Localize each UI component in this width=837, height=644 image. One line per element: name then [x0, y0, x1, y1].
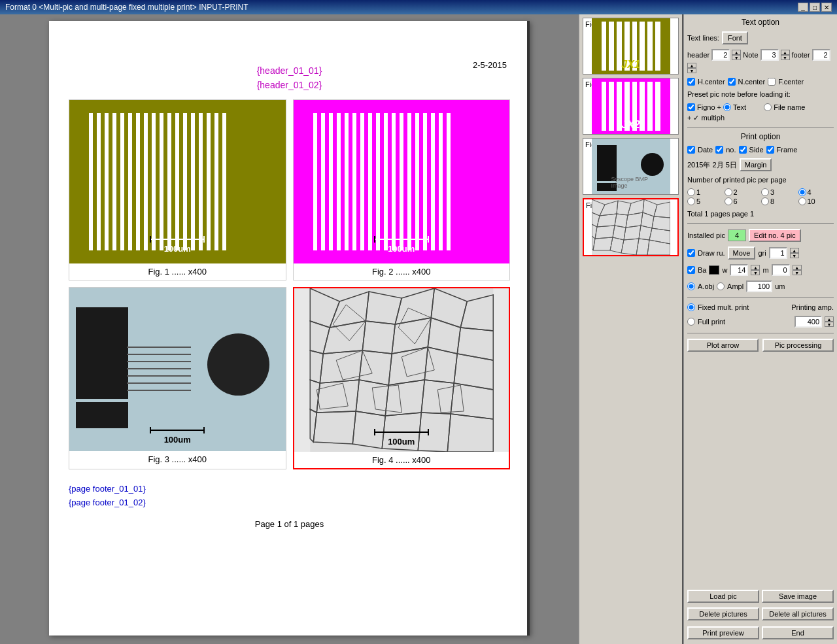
m-input[interactable]	[772, 264, 790, 276]
ba-color[interactable]	[709, 265, 719, 275]
thumb-2-image: JX2	[592, 78, 670, 134]
figure-2-image: 100um	[294, 100, 510, 263]
footer-spin-up[interactable]: ▲	[687, 63, 696, 68]
ampl-input[interactable]	[746, 280, 772, 292]
close-btn[interactable]: ✕	[821, 3, 832, 12]
numpic-2[interactable]	[725, 188, 732, 196]
text-lines-label: Text lines:	[687, 34, 719, 42]
preview-area[interactable]: 2-5-2015 {header_01_01} {header_01_02}	[0, 14, 579, 644]
figure-2-cell[interactable]: 100um Fig. 2 ...... x400	[293, 99, 511, 280]
titlebar-controls[interactable]: _ □ ✕	[798, 3, 832, 12]
numpic-6[interactable]	[725, 197, 732, 205]
header-input[interactable]	[711, 49, 730, 61]
filename-radio[interactable]	[764, 103, 772, 111]
numpic-10[interactable]	[798, 197, 806, 205]
ba-checkbox[interactable]	[687, 266, 695, 274]
num-per-page-grid: 1 2 3 4 5 6 8 10	[687, 188, 834, 205]
amp-spin-up[interactable]: ▲	[825, 316, 834, 322]
numpic-8[interactable]	[761, 197, 769, 205]
printing-amp-input[interactable]	[794, 316, 822, 328]
minimize-btn[interactable]: _	[798, 3, 808, 12]
thumb-4-image	[592, 199, 670, 255]
footer-line-2: {page footer_01_02}	[69, 496, 510, 510]
numpic-4[interactable]	[798, 188, 806, 196]
move-button[interactable]: Move	[728, 246, 756, 260]
draw-ru-checkbox[interactable]	[687, 249, 695, 257]
margin-button[interactable]: Margin	[740, 158, 772, 171]
footer-input[interactable]	[812, 49, 830, 61]
frame-checkbox[interactable]	[766, 146, 774, 154]
side-checkbox[interactable]	[739, 146, 747, 154]
scale-label-3: 100um	[150, 435, 205, 445]
delete-all-button[interactable]: Delete all pictures	[762, 607, 834, 620]
footer-spin-down[interactable]: ▼	[687, 68, 696, 73]
note-spin-down[interactable]: ▼	[781, 55, 790, 60]
w-input[interactable]	[730, 264, 748, 276]
fixed-mult-radio[interactable]	[687, 303, 695, 311]
font-button[interactable]: Font	[722, 31, 748, 44]
figure-1-cell[interactable]: 100um Fig. 1 ...... x400	[69, 99, 286, 280]
no-cb-label: no.	[726, 146, 736, 154]
um-label: um	[775, 282, 785, 290]
gri-spin-up[interactable]: ▲	[790, 248, 799, 253]
text-radio[interactable]	[723, 103, 731, 111]
plot-arrow-button[interactable]: Plot arrow	[687, 339, 759, 352]
a-obj-radio[interactable]	[687, 282, 695, 290]
print-option-title: Print option	[687, 132, 834, 141]
thumb-2-text: JX2	[621, 119, 640, 131]
f-center-checkbox[interactable]	[768, 78, 776, 86]
gri-input[interactable]	[769, 247, 787, 259]
amp-spin-down[interactable]: ▼	[825, 322, 834, 327]
image-grid: 100um Fig. 1 ...... x400	[69, 99, 510, 469]
figno-checkbox[interactable]	[687, 103, 695, 111]
header-label: header	[687, 51, 709, 59]
thumb-3[interactable]: Fig. 3 Syscope BMP Image	[583, 138, 679, 195]
figure-3-cell[interactable]: 100um Fig. 3 ...... x400	[69, 287, 286, 469]
fixed-mult-label: Fixed mult. print	[698, 303, 749, 311]
maximize-btn[interactable]: □	[810, 3, 820, 12]
m-spin-down[interactable]: ▼	[793, 270, 802, 275]
thumb-2[interactable]: Fig. 2 JX2	[583, 78, 679, 135]
save-image-button[interactable]: Save image	[762, 590, 834, 603]
full-print-radio[interactable]	[687, 318, 695, 326]
thumb-1-text: JX1	[621, 59, 640, 71]
no-checkbox[interactable]	[715, 146, 723, 154]
thumb-1[interactable]: Fig. 1 JX1	[583, 18, 679, 75]
n-center-checkbox[interactable]	[728, 78, 736, 86]
ampl-radio[interactable]	[717, 282, 725, 290]
pic-processing-button[interactable]: Pic processing	[762, 339, 834, 352]
figure-4-image: 100um	[294, 288, 509, 452]
end-button[interactable]: End	[762, 626, 834, 639]
gri-spin-down[interactable]: ▼	[790, 253, 799, 258]
m-spin-up[interactable]: ▲	[793, 265, 802, 270]
footer-label: footer	[792, 51, 810, 59]
header-spin-up[interactable]: ▲	[732, 50, 741, 55]
figure-4-cell[interactable]: 100um Fig. 4 ...... x400	[293, 287, 511, 469]
header-line-1: {header_01_01}	[69, 63, 510, 78]
num-per-page-label: Number of printed pic per page	[687, 176, 787, 184]
load-pic-button[interactable]: Load pic	[687, 590, 759, 603]
edit-pic-button[interactable]: Edit no. 4 pic	[749, 229, 801, 242]
text-radio-label: Text	[733, 103, 746, 111]
w-label: w	[722, 266, 727, 274]
print-preview-button[interactable]: Print preview	[687, 626, 759, 639]
gri-label: gri	[758, 249, 766, 257]
h-center-checkbox[interactable]	[687, 78, 695, 86]
installed-pic-input[interactable]	[728, 229, 746, 241]
svg-rect-0	[310, 288, 493, 452]
date-checkbox[interactable]	[687, 146, 695, 154]
w-spin-up[interactable]: ▲	[751, 265, 760, 270]
note-input[interactable]	[760, 49, 779, 61]
numpic-3[interactable]	[761, 188, 769, 196]
note-spin-up[interactable]: ▲	[781, 50, 790, 55]
numpic-1[interactable]	[687, 188, 695, 196]
numpic-5[interactable]	[687, 197, 695, 205]
paper-page-info: Page 1 of 1 pages	[69, 519, 510, 529]
titlebar-title: Format 0 <Multi-pic and multi-page fixed…	[5, 3, 248, 12]
thumb-4[interactable]: Fig. 4	[583, 198, 679, 256]
a-obj-label: A.obj	[698, 282, 714, 290]
header-spin-down[interactable]: ▼	[732, 55, 741, 60]
w-spin-down[interactable]: ▼	[751, 270, 760, 275]
delete-pictures-button[interactable]: Delete pictures	[687, 607, 759, 620]
ampl-radio-label: Ampl	[727, 282, 743, 290]
